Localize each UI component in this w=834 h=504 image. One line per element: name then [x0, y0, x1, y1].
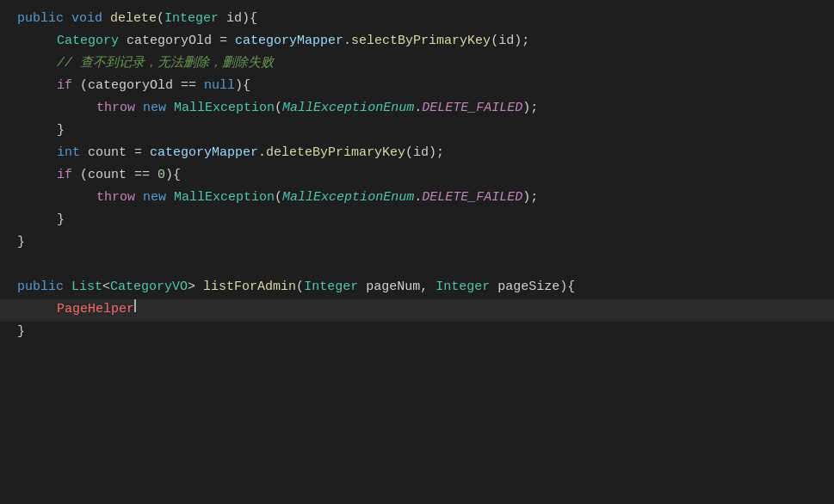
code-token: > [188, 277, 203, 298]
code-token: void [71, 9, 110, 29]
code-token: ( [296, 277, 304, 298]
code-token [166, 187, 174, 208]
code-line: throw new MallException(MallExceptionEnu… [0, 98, 834, 120]
code-token: delete [110, 9, 157, 29]
code-token: ){ [235, 76, 250, 96]
code-token: List [71, 277, 102, 298]
code-token: if [57, 76, 72, 96]
code-token: selectByPrimaryKey [351, 31, 491, 52]
code-line: if (categoryOld == null){ [0, 76, 834, 98]
code-token: new [143, 98, 166, 119]
code-token: . [343, 31, 351, 52]
code-token: pageNum, [358, 277, 436, 298]
code-token: PageHelper [57, 299, 134, 320]
code-line: Category categoryOld = categoryMapper.se… [0, 31, 834, 53]
code-token: new [143, 187, 166, 208]
code-token: MallException [174, 187, 275, 208]
code-token: throw [96, 98, 135, 119]
code-token: public [17, 9, 71, 29]
code-token: public [17, 277, 71, 298]
code-line: public List<CategoryVO> listForAdmin(Int… [0, 277, 834, 299]
code-line: public void delete(Integer id){ [0, 9, 834, 31]
text-cursor [134, 299, 136, 312]
code-token: Category [57, 31, 119, 52]
code-token: . [414, 187, 422, 208]
code-token: MallExceptionEnum [282, 187, 414, 208]
code-token: Integer [304, 277, 358, 298]
code-token: if [57, 165, 72, 186]
code-token [135, 187, 143, 208]
code-token: (id); [405, 143, 444, 163]
code-token: int [57, 143, 80, 163]
code-editor: public void delete(Integer id){Category … [0, 0, 834, 504]
code-token: Integer [164, 9, 219, 29]
code-token: 0 [158, 165, 165, 186]
code-token: } [57, 120, 65, 141]
code-token: count = [80, 143, 150, 163]
code-token: (id); [491, 31, 529, 52]
code-token: ); [522, 187, 538, 208]
code-token: (categoryOld == [72, 76, 204, 96]
code-line: throw new MallException(MallExceptionEnu… [0, 187, 834, 210]
code-line: } [0, 232, 834, 255]
code-token: Integer [436, 277, 490, 298]
code-token: MallException [174, 98, 275, 119]
code-token: ( [275, 187, 282, 208]
code-token: MallExceptionEnum [282, 98, 414, 119]
code-token: DELETE_FAILED [422, 187, 522, 208]
code-token: (count == [72, 165, 158, 186]
code-token: ){ [165, 165, 181, 186]
code-token [135, 98, 143, 119]
code-token: } [57, 210, 65, 230]
code-line [0, 255, 834, 277]
code-token: } [17, 322, 25, 342]
code-token: < [102, 277, 110, 298]
code-token: categoryMapper [150, 143, 258, 163]
code-line: } [0, 322, 834, 344]
code-token: categoryMapper [235, 31, 343, 52]
code-line: int count = categoryMapper.deleteByPrima… [0, 143, 834, 165]
code-token: . [258, 143, 266, 163]
code-token: CategoryVO [110, 277, 188, 298]
code-token: ( [275, 98, 282, 119]
code-token: DELETE_FAILED [422, 98, 522, 119]
code-token: . [414, 98, 422, 119]
code-line: PageHelper [0, 299, 834, 322]
code-token: throw [96, 187, 135, 208]
code-line: } [0, 120, 834, 143]
code-token: listForAdmin [203, 277, 296, 298]
code-token: // 查不到记录，无法删除，删除失败 [57, 53, 274, 74]
code-line: if (count == 0){ [0, 165, 834, 187]
code-token: } [17, 232, 25, 253]
code-token: ( [157, 9, 164, 29]
code-token: null [204, 76, 235, 96]
code-token: pageSize){ [490, 277, 575, 298]
code-token: id){ [219, 9, 257, 29]
code-token: categoryOld = [119, 31, 235, 52]
code-line: } [0, 210, 834, 232]
code-token: ); [522, 98, 538, 119]
code-line: // 查不到记录，无法删除，删除失败 [0, 53, 834, 76]
code-token [166, 98, 174, 119]
code-token: deleteByPrimaryKey [266, 143, 405, 163]
